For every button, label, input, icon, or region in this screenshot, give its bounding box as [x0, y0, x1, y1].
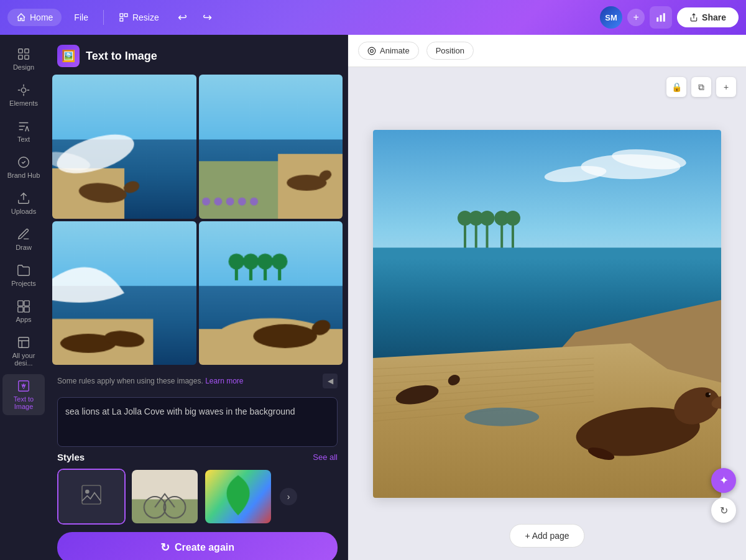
sidebar-brand-label: Brand Hub [7, 172, 40, 179]
sidebar-text-label: Text [17, 135, 30, 143]
generated-image-3[interactable] [52, 221, 196, 365]
text-icon [17, 119, 30, 133]
svg-rect-2 [120, 18, 123, 21]
grid-icon [17, 47, 30, 61]
avatar[interactable]: SM [600, 6, 622, 29]
svg-rect-14 [18, 307, 23, 312]
add-page-label: + Add page [525, 531, 569, 541]
prompt-box[interactable]: sea lions at La Jolla Cove with big wave… [57, 397, 338, 447]
svg-rect-8 [19, 55, 22, 59]
sidebar-all-designs-label: All your desi... [6, 352, 41, 367]
generated-image-2[interactable] [199, 75, 343, 219]
add-collaborator-button[interactable]: + [627, 9, 645, 26]
sidebar-design-label: Design [13, 63, 34, 71]
share-button[interactable]: Share [677, 7, 739, 27]
sidebar-item-elements[interactable]: Elements [2, 78, 45, 112]
sidebar-item-draw[interactable]: Draw [2, 223, 45, 256]
topbar: Home File Resize ↩ ↪ SM + Share [0, 0, 746, 35]
resize-button[interactable]: Resize [111, 9, 167, 26]
position-label: Position [436, 46, 464, 55]
sidebar-elements-label: Elements [9, 99, 38, 107]
svg-point-10 [21, 88, 25, 92]
elements-icon [17, 83, 30, 97]
right-float: ✦ ↻ [711, 468, 736, 523]
style-card-default[interactable] [57, 469, 126, 525]
sidebar-item-apps[interactable]: Apps [2, 295, 45, 328]
hide-button[interactable]: ◀ [323, 374, 338, 388]
svg-rect-9 [25, 55, 29, 59]
panel-title: Text to Image [86, 50, 157, 63]
image-grid [47, 75, 348, 370]
generated-image-1[interactable] [52, 75, 196, 219]
canvas-viewport: 🔒 ⧉ + + Add page [348, 67, 746, 560]
sidebar-item-design[interactable]: Design [2, 42, 45, 76]
left-panel: 🖼️ Text to Image Some rule [47, 35, 348, 560]
add-page-bar[interactable]: + Add page [509, 524, 584, 548]
position-button[interactable]: Position [426, 42, 474, 60]
rules-text: Some rules apply when using these images… [57, 376, 244, 387]
home-label: Home [30, 12, 53, 22]
sidebar-item-brand-hub[interactable]: Brand Hub [2, 150, 45, 184]
styles-section: Styles See all [47, 452, 348, 525]
svg-point-18 [23, 388, 24, 389]
magic-button[interactable]: ✦ [711, 468, 736, 493]
style-default-icon [79, 482, 104, 512]
see-all-button[interactable]: See all [313, 452, 338, 462]
svg-rect-0 [120, 14, 123, 17]
add-button[interactable]: + [716, 77, 736, 97]
prompt-text: sea lions at La Jolla Cove with big wave… [65, 406, 295, 416]
style-card-photographic[interactable] [131, 469, 199, 525]
topbar-right: SM + Share [600, 6, 739, 29]
copy-button[interactable]: ⧉ [691, 77, 711, 97]
sidebar-item-all-designs[interactable]: All your desi... [2, 331, 45, 372]
redo-button[interactable]: ↪ [196, 6, 219, 29]
styles-next-button[interactable]: › [280, 488, 297, 505]
file-menu[interactable]: File [67, 9, 96, 26]
canvas-refresh-button[interactable]: ↻ [711, 498, 736, 523]
animate-button[interactable]: Animate [358, 42, 419, 60]
apps-icon [17, 300, 30, 313]
refresh-icon: ↻ [160, 541, 170, 554]
sidebar-item-text-to-image[interactable]: Text to Image [2, 374, 45, 415]
svg-point-22 [371, 49, 374, 52]
style-card-watercolor[interactable] [204, 469, 272, 525]
sidebar-item-projects[interactable]: Projects [2, 259, 45, 292]
sidebar-text-to-image-label: Text to Image [6, 395, 41, 410]
svg-rect-17 [19, 381, 29, 392]
upload-icon [17, 191, 30, 205]
svg-rect-6 [19, 49, 22, 53]
home-button[interactable]: Home [7, 9, 62, 26]
svg-rect-3 [656, 17, 658, 22]
create-again-button[interactable]: ↻ Create again [57, 532, 338, 560]
styles-header: Styles See all [57, 452, 338, 462]
sidebar-item-text[interactable]: Text [2, 114, 45, 148]
animate-label: Animate [380, 46, 410, 55]
share-label: Share [702, 12, 726, 22]
main-layout: Design Elements Text Brand Hub [0, 35, 746, 560]
svg-point-21 [368, 47, 375, 55]
canvas-area: Animate Position 🔒 ⧉ + + Add page [348, 35, 746, 560]
ai-icon [17, 379, 30, 393]
svg-rect-15 [24, 307, 29, 312]
sidebar-projects-label: Projects [11, 280, 36, 287]
canvas-toolbar: Animate Position [348, 35, 746, 67]
svg-rect-4 [660, 15, 662, 22]
styles-label: Styles [57, 452, 85, 462]
generated-image-4[interactable] [199, 221, 343, 365]
sidebar-item-uploads[interactable]: Uploads [2, 186, 45, 220]
designs-icon [17, 336, 30, 349]
undo-button[interactable]: ↩ [172, 6, 194, 29]
divider [103, 10, 104, 25]
svg-point-20 [85, 489, 90, 493]
icon-sidebar: Design Elements Text Brand Hub [0, 35, 47, 560]
learn-more-link[interactable]: Learn more [205, 377, 243, 385]
rules-row: Some rules apply when using these images… [47, 370, 348, 395]
panel-header-icon: 🖼️ [57, 45, 80, 67]
sidebar-draw-label: Draw [16, 244, 32, 251]
svg-rect-1 [124, 14, 127, 17]
styles-row: › [57, 469, 338, 525]
canvas-float-icons: 🔒 ⧉ + [666, 77, 736, 97]
analytics-button[interactable] [650, 6, 672, 29]
svg-rect-7 [25, 49, 29, 53]
lock-button[interactable]: 🔒 [666, 77, 686, 97]
